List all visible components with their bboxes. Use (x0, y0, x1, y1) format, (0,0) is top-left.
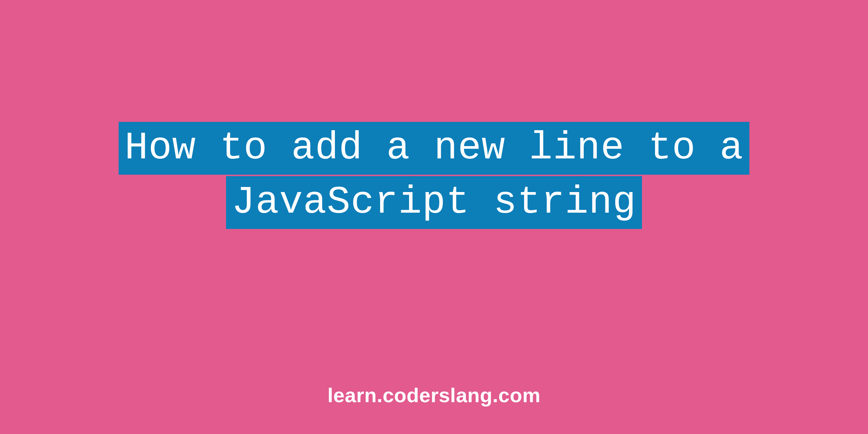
article-title: How to add a new line to a JavaScript st… (0, 122, 868, 229)
title-line-1: How to add a new line to a (119, 122, 749, 175)
title-line-2: JavaScript string (226, 176, 642, 229)
site-domain: learn.coderslang.com (0, 383, 868, 407)
